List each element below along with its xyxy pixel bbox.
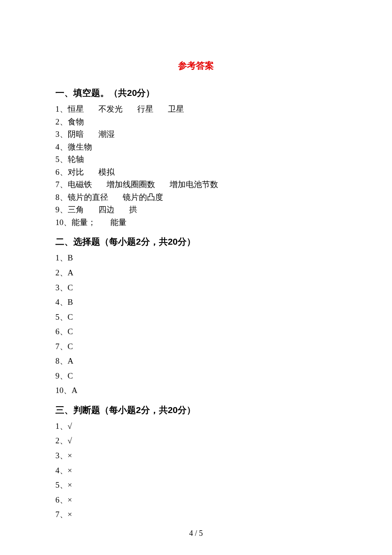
answer-line: 9、三角四边拱 (55, 204, 337, 216)
answer-line: 1、恒星不发光行星卫星 (55, 103, 337, 115)
answer-line: 10、A (55, 384, 337, 396)
document-page: 参考答案 一、填空题。（共20分） 1、恒星不发光行星卫星 2、食物 3、阴暗潮… (0, 0, 392, 555)
answer-num: 1 (55, 104, 60, 113)
answer-num: 5 (55, 155, 60, 164)
answer-part: A (72, 386, 78, 395)
answer-part: 潮湿 (98, 130, 115, 139)
answer-line: 5、× (55, 479, 337, 491)
answer-part: 对比 (68, 168, 84, 176)
answer-num: 4 (55, 298, 60, 306)
answer-line: 7、C (55, 341, 337, 353)
answer-num: 3 (55, 451, 60, 460)
answer-part: B (68, 253, 73, 262)
answer-part: B (68, 298, 73, 306)
answer-line: 7、× (55, 509, 337, 520)
answer-part: × (68, 495, 72, 504)
answer-num: 3 (55, 283, 60, 292)
answer-num: 8 (55, 193, 60, 202)
answer-num: 7 (55, 342, 60, 351)
answer-num: 6 (55, 327, 60, 336)
answer-num: 7 (55, 510, 60, 519)
page-number: 4 / 5 (0, 529, 392, 538)
answer-part: × (68, 466, 72, 475)
answer-line: 1、B (55, 252, 337, 264)
answer-part: 电磁铁 (68, 180, 92, 189)
answer-part: 食物 (68, 117, 84, 126)
answer-line: 3、× (55, 450, 337, 462)
answer-line: 9、C (55, 370, 337, 382)
answer-part: 增加线圈圈数 (107, 180, 155, 189)
section-heading-1: 一、填空题。（共20分） (55, 87, 337, 99)
answer-num: 1 (55, 253, 60, 262)
answer-part: C (68, 312, 73, 321)
answer-part: × (68, 510, 72, 519)
answer-line: 3、C (55, 282, 337, 294)
answer-part: 轮轴 (68, 155, 84, 164)
page-title: 参考答案 (55, 60, 337, 72)
answer-num: 1 (55, 422, 60, 431)
answer-part: 微生物 (68, 142, 92, 151)
answer-part: 镜片的直径 (68, 193, 108, 202)
answer-part: √ (68, 422, 72, 431)
answer-part: 三角 (68, 205, 84, 214)
section-heading-2: 二、选择题（每小题2分，共20分） (55, 236, 337, 248)
answer-part: 模拟 (98, 168, 115, 176)
answer-part: 增加电池节数 (170, 180, 218, 189)
answer-part: 镜片的凸度 (123, 193, 163, 202)
answer-num: 6 (55, 495, 60, 504)
answer-part: 不发光 (98, 104, 123, 113)
answer-line: 1、√ (55, 420, 337, 432)
answer-part: 恒星 (68, 104, 84, 113)
answer-num: 6 (55, 168, 60, 176)
answer-line: 7、电磁铁增加线圈圈数增加电池节数 (55, 179, 337, 191)
answer-num: 4 (55, 466, 60, 475)
answer-part: 阴暗 (68, 130, 84, 139)
answer-part: C (68, 342, 73, 351)
answer-num: 3 (55, 130, 60, 139)
answer-num: 9 (55, 205, 60, 214)
answer-part: × (68, 480, 72, 489)
answer-line: 5、C (55, 311, 337, 323)
answer-part: C (68, 371, 73, 380)
answer-line: 2、A (55, 267, 337, 279)
answer-num: 4 (55, 142, 60, 151)
answer-line: 5、轮轴 (55, 153, 337, 165)
answer-num: 2 (55, 268, 60, 277)
answer-part: A (68, 268, 74, 277)
answer-line: 3、阴暗潮湿 (55, 128, 337, 140)
answer-part: 能量； (72, 218, 96, 227)
answer-line: 6、对比模拟 (55, 166, 337, 178)
answer-part: 能量 (110, 218, 127, 227)
answer-part: C (68, 327, 73, 336)
answer-part: 四边 (98, 205, 115, 214)
answer-line: 10、能量；能量 (55, 217, 337, 228)
answer-line: 4、B (55, 296, 337, 308)
answer-part: 卫星 (168, 104, 184, 113)
answer-part: √ (68, 436, 72, 445)
answer-line: 4、× (55, 465, 337, 477)
answer-part: 拱 (129, 205, 137, 214)
answer-num: 10 (55, 386, 63, 395)
answer-line: 2、√ (55, 435, 337, 447)
answer-num: 9 (55, 371, 60, 380)
answer-num: 8 (55, 356, 60, 365)
answer-part: × (68, 451, 72, 460)
answer-line: 6、× (55, 494, 337, 506)
section-heading-3: 三、判断题（每小题2分，共20分） (55, 404, 337, 416)
answer-line: 8、镜片的直径镜片的凸度 (55, 191, 337, 203)
answer-line: 4、微生物 (55, 141, 337, 153)
answer-num: 2 (55, 436, 60, 445)
answer-num: 7 (55, 180, 60, 189)
answer-num: 2 (55, 117, 60, 126)
answer-num: 5 (55, 480, 60, 489)
answer-line: 2、食物 (55, 116, 337, 128)
answer-num: 5 (55, 312, 60, 321)
answer-line: 6、C (55, 326, 337, 338)
answer-part: 行星 (137, 104, 153, 113)
answer-line: 8、A (55, 355, 337, 367)
answer-part: A (68, 356, 74, 365)
answer-part: C (68, 283, 73, 292)
answer-num: 10 (55, 218, 63, 227)
